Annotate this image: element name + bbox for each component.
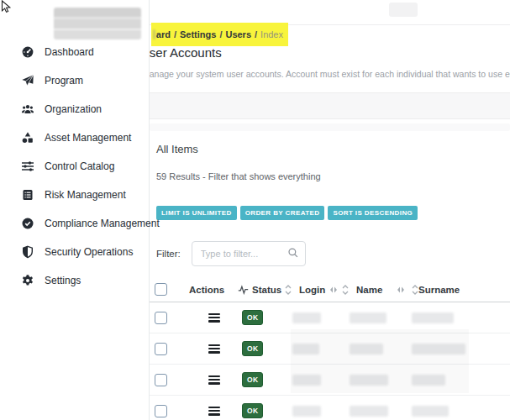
badge-check-icon: [21, 217, 34, 230]
row-checkbox[interactable]: [155, 405, 167, 417]
sort-login-icon[interactable]: [342, 285, 349, 295]
blurred-surname-cell: [412, 312, 454, 323]
blurred-login-cell: [292, 406, 321, 417]
breadcrumb-item-dashboard[interactable]: ard: [156, 29, 171, 39]
sidebar-item-organization[interactable]: Organization: [0, 95, 150, 123]
sidebar: Dashboard Program Organization Asset Man…: [0, 0, 150, 420]
sort-status-icon[interactable]: [285, 285, 292, 295]
table-row: OK: [150, 333, 510, 365]
row-actions-menu-icon[interactable]: [208, 313, 220, 323]
blurred-name-cell: [350, 312, 386, 323]
row-actions-menu-icon[interactable]: [208, 375, 220, 385]
status-badge[interactable]: OK: [242, 310, 263, 325]
blurred-surname-cell: [412, 375, 445, 386]
section-title: All Items: [156, 143, 198, 155]
move-column-login-icon[interactable]: [329, 286, 338, 294]
dashboard-icon: [21, 45, 34, 59]
row-checkbox[interactable]: [155, 312, 167, 324]
blurred-name-cell: [350, 375, 388, 386]
page-title: User Accounts: [150, 45, 222, 60]
status-badge[interactable]: OK: [242, 372, 263, 387]
breadcrumb-item-settings[interactable]: Settings: [180, 29, 216, 39]
column-header-login: Login: [299, 285, 325, 295]
breadcrumb-separator: /: [255, 29, 257, 39]
status-pulse-icon: [238, 285, 249, 295]
sidebar-item-asset-management[interactable]: Asset Management: [0, 123, 150, 152]
top-bar: [150, 0, 510, 25]
sidebar-item-label: Risk Management: [45, 189, 126, 201]
sidebar-item-label: Organization: [45, 103, 102, 115]
breadcrumb: ard / Settings / Users / Index: [151, 23, 288, 46]
blurred-surname-cell: [412, 406, 449, 417]
table-row: OK: [150, 365, 510, 396]
sidebar-item-dashboard[interactable]: Dashboard: [0, 38, 150, 66]
status-badge[interactable]: OK: [242, 341, 263, 356]
order-chip[interactable]: ORDER BY CREATED: [240, 206, 325, 220]
sidebar-item-program[interactable]: Program: [0, 66, 150, 95]
column-header-status: Status: [252, 285, 281, 295]
sidebar-item-label: Settings: [45, 275, 81, 286]
main-content: ard / Settings / Users / Index User Acco…: [150, 0, 510, 420]
status-badge[interactable]: OK: [242, 403, 263, 418]
select-all-checkbox[interactable]: [155, 283, 167, 296]
filter-row: Filter:: [156, 241, 306, 266]
breadcrumb-separator: /: [219, 29, 222, 39]
sidebar-item-settings[interactable]: Settings: [0, 266, 150, 295]
app-logo-blurred[interactable]: [54, 8, 141, 39]
column-header-actions: Actions: [180, 285, 235, 295]
row-actions-menu-icon[interactable]: [208, 344, 220, 354]
breadcrumb-current-index: Index: [260, 29, 283, 39]
blurred-topbar-element: [389, 3, 418, 17]
move-column-name-icon[interactable]: [397, 286, 405, 294]
breadcrumb-item-users[interactable]: Users: [225, 29, 251, 39]
limit-chip[interactable]: LIMIT IS UNLIMITED: [156, 206, 237, 220]
sidebar-item-control-catalog[interactable]: Control Catalog: [0, 152, 150, 181]
table-row: OK: [150, 396, 510, 420]
sidebar-item-compliance-management[interactable]: Compliance Management: [0, 209, 150, 238]
gear-icon: [21, 274, 34, 287]
sidebar-item-security-operations[interactable]: Security Operations: [0, 238, 150, 266]
clipboard-list-icon: [21, 188, 34, 202]
filter-label: Filter:: [156, 249, 181, 259]
row-checkbox[interactable]: [155, 343, 167, 355]
blurred-name-cell: [350, 406, 388, 417]
blurred-surname-cell: [412, 344, 465, 354]
sort-chip[interactable]: SORT IS DESCENDING: [328, 206, 418, 220]
blurred-name-cell: [350, 344, 383, 354]
blurred-breadcrumb-prefix: [153, 29, 155, 39]
blurred-login-cell: [292, 344, 319, 354]
paper-plane-icon: [21, 74, 34, 87]
shield-icon: [21, 245, 34, 259]
blurred-login-cell: [292, 375, 321, 386]
filter-settings-chips: LIMIT IS UNLIMITED ORDER BY CREATED SORT…: [156, 206, 418, 220]
sidebar-item-label: Asset Management: [45, 132, 131, 144]
column-header-surname: Surname: [417, 285, 510, 295]
row-actions-menu-icon[interactable]: [208, 407, 220, 416]
sidebar-item-label: Dashboard: [45, 46, 94, 58]
column-header-name: Name: [356, 285, 382, 295]
users-table: Actions Status Login: [150, 277, 510, 420]
sliders-icon: [21, 160, 34, 173]
page-description: Manage your system user accounts. Accoun…: [150, 69, 510, 79]
table-row: OK: [150, 302, 510, 333]
app-window: ard / Settings / Users / Index User Acco…: [0, 0, 510, 420]
sidebar-item-label: Program: [45, 75, 83, 87]
sidebar-nav: Dashboard Program Organization Asset Man…: [0, 38, 150, 295]
toolbar-band: [150, 93, 510, 119]
table-header-row: Actions Status Login: [150, 277, 510, 302]
shapes-icon: [21, 131, 34, 144]
sidebar-item-label: Compliance Management: [45, 218, 160, 229]
breadcrumb-separator: /: [174, 29, 176, 39]
sidebar-item-label: Security Operations: [45, 246, 133, 258]
search-icon[interactable]: [287, 247, 299, 259]
row-checkbox[interactable]: [155, 374, 167, 386]
results-summary: 59 Results - Filter that shows everythin…: [156, 171, 321, 181]
people-icon: [21, 102, 34, 116]
blurred-login-cell: [292, 312, 321, 323]
sidebar-item-risk-management[interactable]: Risk Management: [0, 181, 150, 209]
panel-top-strip: [150, 123, 510, 131]
sidebar-item-label: Control Catalog: [45, 160, 114, 172]
